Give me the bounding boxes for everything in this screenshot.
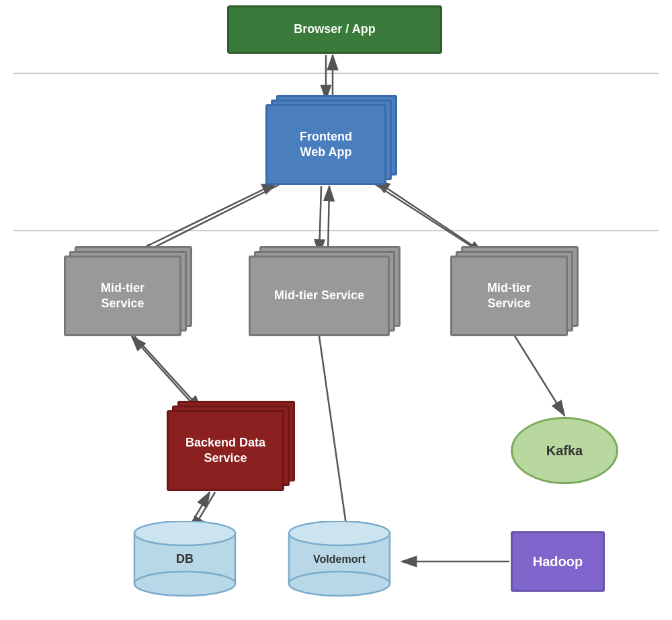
separator-line-1 bbox=[13, 73, 659, 74]
svg-line-7 bbox=[328, 186, 329, 254]
svg-line-6 bbox=[319, 186, 321, 254]
db-cylinder: DB bbox=[131, 521, 239, 598]
browser-app-box: Browser / App bbox=[227, 5, 442, 54]
svg-line-4 bbox=[138, 185, 279, 256]
frontend-label: FrontendWeb App bbox=[300, 129, 352, 161]
hadoop-box: Hadoop bbox=[511, 531, 605, 592]
voldemort-cylinder: Voldemort bbox=[286, 521, 393, 598]
svg-line-11 bbox=[132, 336, 198, 410]
svg-text:Voldemort: Voldemort bbox=[313, 553, 366, 565]
kafka-label: Kafka bbox=[546, 443, 583, 459]
backend-label: Backend DataService bbox=[185, 435, 265, 467]
separator-line-2 bbox=[13, 230, 659, 231]
mid-center-label: Mid-tier Service bbox=[274, 288, 364, 303]
svg-line-14 bbox=[511, 330, 564, 416]
svg-line-9 bbox=[375, 180, 480, 251]
frontend-box: FrontendWeb App bbox=[265, 104, 386, 185]
browser-app-label: Browser / App bbox=[294, 22, 375, 37]
svg-line-10 bbox=[134, 336, 202, 410]
backend-box: Backend DataService bbox=[167, 410, 284, 491]
svg-point-19 bbox=[134, 521, 235, 545]
hadoop-label: Hadoop bbox=[533, 554, 583, 570]
svg-line-8 bbox=[373, 183, 484, 254]
svg-point-24 bbox=[289, 572, 390, 596]
svg-line-12 bbox=[319, 336, 346, 525]
svg-point-20 bbox=[134, 572, 235, 596]
kafka-node: Kafka bbox=[511, 417, 618, 484]
svg-point-23 bbox=[289, 521, 390, 545]
svg-text:DB: DB bbox=[176, 552, 194, 566]
mid-right-label: Mid-tierService bbox=[487, 280, 531, 312]
mid-tier-left-box: Mid-tierService bbox=[64, 256, 181, 336]
mid-left-label: Mid-tierService bbox=[101, 280, 144, 312]
svg-line-5 bbox=[134, 183, 277, 252]
mid-tier-center-box: Mid-tier Service bbox=[249, 256, 390, 336]
mid-tier-right-box: Mid-tierService bbox=[450, 256, 568, 336]
architecture-diagram: Browser / App FrontendWeb App Mid-tierSe… bbox=[0, 0, 672, 620]
